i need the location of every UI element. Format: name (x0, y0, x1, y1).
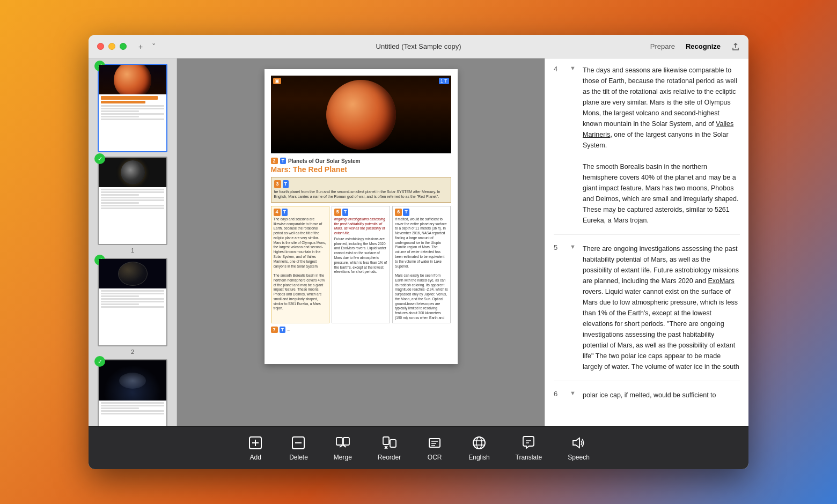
dropdown-nav-button[interactable]: ˅ (148, 41, 159, 52)
share-icon[interactable] (731, 42, 740, 51)
thumb-img-3[interactable] (98, 258, 167, 346)
translate-label: Translate (516, 454, 542, 461)
doc-col-6: 6 T if melted, would be sufficient to co… (392, 206, 451, 323)
thumb-img-4[interactable] (98, 359, 167, 426)
doc-body-block: 3 T he fourth planet from the Sun and th… (271, 177, 451, 203)
svg-point-15 (473, 437, 485, 449)
page-num-3: 2 (131, 349, 134, 355)
thumbnail-page-3[interactable]: ✓ (93, 258, 172, 355)
thumb-img-1[interactable] (98, 64, 167, 152)
delete-icon (290, 435, 306, 451)
doc-subtitle: Mars: The Red Planet (271, 165, 451, 174)
doc-title-section: 2 T Planets of Our Solar System Mars: Th… (271, 158, 451, 174)
ocr-entry-6: 6 ▼ polar ice cap, if melted, would be s… (554, 390, 740, 409)
col4-num: 4 (274, 209, 281, 216)
titlebar-actions: Prepare Recognize (650, 42, 740, 51)
body-num-badge: 3 (274, 180, 281, 188)
ocr-text-6: polar ice cap, if melted, would be suffi… (583, 390, 716, 401)
document-page: ▣ 1 T 2 T Planets of Our Solar System Ma… (265, 69, 458, 364)
ocr-label: OCR (428, 454, 442, 461)
ocr-num-5: 5 (554, 243, 564, 372)
ocr-num-4: 4 (554, 65, 564, 226)
reorder-tool[interactable]: Reorder (365, 435, 414, 461)
foot-text: ... (287, 328, 290, 331)
merge-tool[interactable]: Merge (321, 435, 365, 461)
speech-tool[interactable]: Speech (555, 435, 603, 461)
app-window: + ˅ Untitled (Text Sample copy) Prepare … (89, 35, 748, 469)
svg-rect-8 (390, 440, 396, 447)
content-area: ✓ (89, 58, 748, 426)
add-tool[interactable]: Add (234, 435, 276, 461)
col5-t: T (342, 209, 349, 216)
thumbnail-page-1[interactable]: ✓ (93, 64, 172, 152)
title-t-badge: T (280, 158, 287, 164)
doc-footer-row: 7 T ... (271, 327, 451, 333)
ocr-arrow-4[interactable]: ▼ (570, 65, 577, 226)
english-tool[interactable]: English (456, 435, 502, 461)
thumbnail-page-4[interactable]: ✓ (93, 359, 172, 426)
foot-num: 7 (271, 327, 278, 333)
svg-rect-7 (383, 437, 389, 444)
doc-columns: 4 T The days and seasons are likewise co… (271, 206, 451, 323)
speech-icon (570, 435, 586, 451)
svg-rect-5 (336, 438, 342, 445)
col4-t: T (282, 209, 288, 216)
recognize-button[interactable]: Recognize (686, 42, 721, 50)
ocr-arrow-5[interactable]: ▼ (570, 243, 577, 372)
col5-num: 5 (334, 209, 341, 216)
speech-label: Speech (568, 454, 590, 461)
sidebar: ✓ (89, 58, 177, 426)
ocr-text-5: There are ongoing investigations assessi… (583, 243, 740, 372)
nav-controls: + ˅ (135, 41, 159, 52)
col6-text: if melted, would be sufficient to cover … (395, 217, 448, 321)
ocr-text-4: The days and seasons are likewise compar… (583, 65, 740, 226)
doc-area: ▣ 1 T 2 T Planets of Our Solar System Ma… (177, 58, 545, 426)
svg-rect-6 (343, 438, 349, 445)
mars-image: ▣ 1 T (271, 76, 451, 153)
prepare-button[interactable]: Prepare (650, 42, 675, 50)
doc-col-5: 5 T ongoing investigations assessing the… (332, 206, 390, 323)
page-num-2: 1 (131, 247, 134, 254)
foot-t: T (280, 327, 286, 333)
col5-highlighted: ongoing investigations assessing the pas… (334, 217, 387, 236)
add-icon (247, 435, 263, 451)
img-corner-icon-tr: 1 T (439, 78, 449, 84)
col6-num: 6 (395, 209, 402, 216)
window-title: Untitled (Text Sample copy) (376, 42, 461, 50)
reorder-label: Reorder (378, 454, 401, 461)
right-panel: 4 ▼ The days and seasons are likewise co… (545, 58, 748, 426)
traffic-lights (97, 43, 127, 50)
ocr-icon (427, 435, 443, 451)
maximize-button[interactable] (120, 43, 127, 50)
ocr-num-6: 6 (554, 390, 564, 401)
ocr-tool[interactable]: OCR (414, 435, 456, 461)
english-label: English (468, 454, 489, 461)
img-corner-icon: ▣ (273, 78, 281, 84)
scroll-indicator (345, 355, 377, 359)
add-label: Add (249, 454, 261, 461)
ocr-entry-5: 5 ▼ There are ongoing investigations ass… (554, 243, 740, 381)
check-badge-2: ✓ (94, 153, 105, 164)
doc-title-text: Planets of Our Solar System (288, 158, 361, 164)
toolbar: Add Delete Merge (89, 426, 748, 469)
reorder-icon (381, 435, 398, 451)
thumb-img-2[interactable] (98, 157, 167, 245)
thumbnail-page-2[interactable]: ✓ (93, 157, 172, 254)
body-text: he fourth planet from the Sun and the se… (274, 190, 440, 199)
ocr-arrow-6[interactable]: ▼ (570, 390, 577, 401)
col5-text: Future astrobiology missions are planned… (334, 237, 387, 275)
add-nav-button[interactable]: + (135, 41, 146, 52)
body-t-badge: T (283, 180, 289, 188)
translate-icon (520, 435, 537, 451)
close-button[interactable] (97, 43, 104, 50)
merge-icon (335, 435, 351, 451)
merge-label: Merge (334, 454, 352, 461)
delete-tool[interactable]: Delete (276, 435, 321, 461)
mars-planet (326, 80, 396, 150)
titlebar: + ˅ Untitled (Text Sample copy) Prepare … (89, 35, 748, 58)
delete-label: Delete (289, 454, 308, 461)
translate-tool[interactable]: Translate (503, 435, 555, 461)
minimize-button[interactable] (108, 43, 115, 50)
doc-col-4: 4 T The days and seasons are likewise co… (271, 206, 329, 323)
svg-marker-21 (573, 438, 579, 448)
